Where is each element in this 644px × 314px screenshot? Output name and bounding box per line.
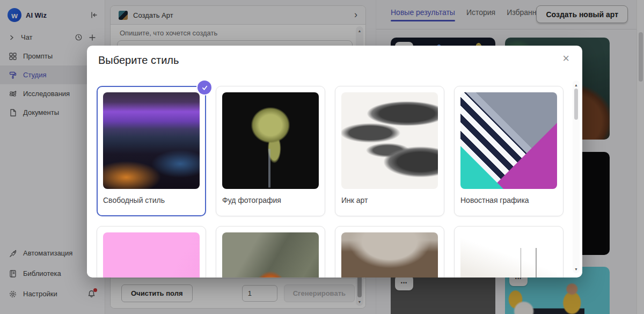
style-card-news-graphics[interactable]: Новостная графика [454,86,564,216]
style-image-spaghetti [222,92,319,189]
style-image-ink [341,92,438,189]
style-image-portrait [341,232,438,278]
scroll-down-icon[interactable]: ▼ [574,266,578,272]
style-image-night-city [103,92,200,189]
style-card-free-style[interactable]: Свободный стиль [97,86,206,216]
style-image-geometric [460,92,557,189]
modal-title: Выберите стиль [98,54,179,67]
style-card-pink[interactable] [97,226,206,278]
style-card-interior[interactable] [454,226,564,278]
scrollbar-thumb[interactable] [574,89,578,120]
style-card-food-photo[interactable]: Фуд фотография [216,86,325,216]
style-label: Новостная графика [460,196,557,205]
selected-check-icon [197,81,211,94]
style-image-interior [460,232,557,278]
styles-grid: Свободный стиль Фуд фотография Инк арт Н… [97,86,564,278]
style-label: Фуд фотография [222,196,319,205]
style-label: Свободный стиль [103,196,200,205]
modal-scrollbar[interactable]: ▲ ▼ [573,81,580,273]
choose-style-modal: Выберите стиль × Свободный стиль Фуд фот… [87,46,582,278]
style-label: Инк арт [341,196,438,205]
close-icon[interactable]: × [562,53,569,64]
scroll-up-icon[interactable]: ▲ [574,82,578,88]
style-card-fox[interactable] [216,226,325,278]
style-image-fox [222,232,319,278]
style-card-portrait[interactable] [335,226,444,278]
style-image-pink [103,232,200,278]
style-card-ink-art[interactable]: Инк арт [335,86,444,216]
